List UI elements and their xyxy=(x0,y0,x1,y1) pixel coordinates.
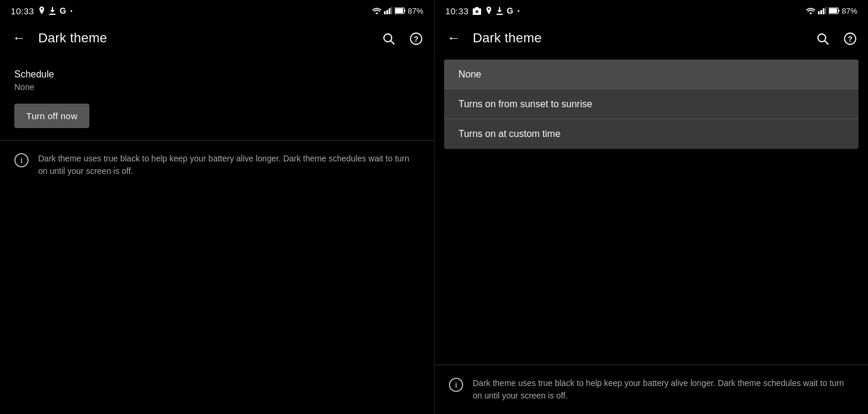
turn-off-now-button[interactable]: Turn off now xyxy=(14,104,89,128)
dropdown-item-sunset[interactable]: Turns on from sunset to sunrise xyxy=(444,89,858,119)
svg-rect-16 xyxy=(823,8,824,14)
svg-text:?: ? xyxy=(414,35,418,43)
svg-rect-2 xyxy=(389,8,390,14)
location-icon xyxy=(38,7,45,15)
schedule-dropdown: None Turns on from sunset to sunrise Tur… xyxy=(444,60,858,149)
dropdown-item-custom[interactable]: Turns on at custom time xyxy=(444,119,858,149)
left-phone-panel: 10:33 G • 87% ← Dark theme xyxy=(0,0,434,414)
right-phone-panel: 10:33 G • 87% ← Dark theme xyxy=(434,0,868,414)
right-wifi-icon xyxy=(806,7,816,14)
left-content: Schedule None Turn off now i Dark theme … xyxy=(0,55,434,414)
signal-icon xyxy=(384,7,392,14)
photo-icon xyxy=(473,7,481,15)
left-schedule-label: Schedule xyxy=(14,69,420,80)
svg-rect-6 xyxy=(395,8,403,13)
svg-rect-15 xyxy=(820,10,822,14)
left-battery-text: 87% xyxy=(408,7,423,15)
right-upload-icon xyxy=(497,7,503,15)
left-info-section: i Dark theme uses true black to help kee… xyxy=(0,141,434,189)
left-top-bar: ← Dark theme ? xyxy=(0,21,434,55)
wifi-icon xyxy=(372,7,382,14)
right-page-title: Dark theme xyxy=(473,30,805,46)
left-page-title: Dark theme xyxy=(38,30,371,46)
left-back-button[interactable]: ← xyxy=(10,30,29,46)
left-info-icon: i xyxy=(14,153,29,167)
svg-line-22 xyxy=(825,41,829,45)
right-top-actions: ? xyxy=(814,30,858,46)
left-search-icon[interactable] xyxy=(380,30,397,46)
download-icon xyxy=(49,7,55,15)
right-battery-text: 87% xyxy=(842,7,857,15)
svg-rect-3 xyxy=(391,7,392,14)
right-info-section: i Dark theme uses true black to help kee… xyxy=(435,365,868,414)
right-top-bar: ← Dark theme ? xyxy=(435,21,868,55)
svg-rect-5 xyxy=(404,10,405,12)
left-time: 10:33 xyxy=(11,6,34,16)
right-signal-icon xyxy=(818,7,826,14)
svg-rect-17 xyxy=(825,7,826,14)
left-status-bar: 10:33 G • 87% xyxy=(0,0,434,21)
svg-rect-19 xyxy=(838,10,839,12)
dot-icon: • xyxy=(70,8,73,14)
left-schedule-value: None xyxy=(14,82,420,92)
left-help-icon[interactable]: ? xyxy=(408,30,424,46)
left-status-left: 10:33 G • xyxy=(11,6,72,16)
right-search-icon[interactable] xyxy=(814,30,831,46)
right-g-icon: G xyxy=(507,6,513,15)
right-info-icon: i xyxy=(449,378,463,392)
right-status-right: 87% xyxy=(806,7,857,15)
right-help-icon[interactable]: ? xyxy=(842,30,858,46)
left-schedule-section: Schedule None Turn off now xyxy=(0,55,434,140)
left-status-right: 87% xyxy=(372,7,423,15)
right-content: None Turns on from sunset to sunrise Tur… xyxy=(435,55,868,414)
right-back-button[interactable]: ← xyxy=(444,30,463,46)
svg-rect-12 xyxy=(475,7,479,9)
svg-rect-20 xyxy=(829,8,837,13)
left-info-text: Dark theme uses true black to help keep … xyxy=(38,152,420,178)
right-battery-icon xyxy=(829,7,839,14)
right-dot-icon: • xyxy=(517,8,520,14)
right-info-text: Dark theme uses true black to help keep … xyxy=(473,377,854,402)
g-icon: G xyxy=(60,6,66,15)
dropdown-item-none[interactable]: None xyxy=(444,60,858,89)
left-top-actions: ? xyxy=(380,30,424,46)
svg-rect-0 xyxy=(384,11,386,14)
svg-rect-14 xyxy=(818,11,820,14)
svg-point-13 xyxy=(476,10,479,13)
svg-line-8 xyxy=(391,41,395,45)
right-time: 10:33 xyxy=(445,6,469,16)
svg-text:?: ? xyxy=(848,35,852,43)
right-status-bar: 10:33 G • 87% xyxy=(435,0,868,21)
right-status-left: 10:33 G • xyxy=(445,6,519,16)
right-location-icon xyxy=(485,7,492,15)
svg-rect-1 xyxy=(386,10,388,14)
battery-icon xyxy=(395,7,405,14)
